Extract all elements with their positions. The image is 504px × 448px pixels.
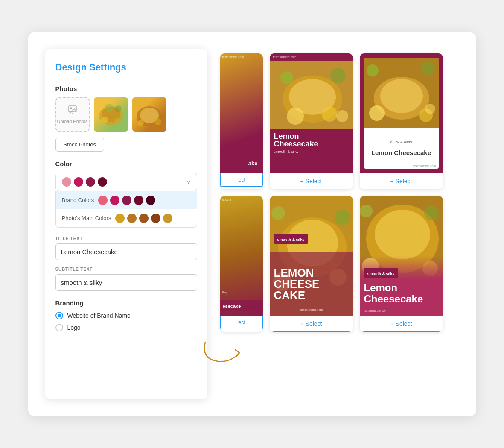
card1-select-button[interactable]: + Select <box>270 173 353 189</box>
partial-card-2: le.com ilky esecake lect <box>220 196 263 332</box>
branding-logo-label: Logo <box>67 324 81 331</box>
svg-point-12 <box>138 120 144 126</box>
svg-point-13 <box>154 118 161 125</box>
card1-title: LemonCheesecake <box>274 132 349 149</box>
color-dropdown[interactable]: ∨ <box>55 173 197 191</box>
cards-row-2: le.com ilky esecake lect <box>220 196 459 332</box>
svg-point-28 <box>421 61 435 75</box>
card3-big-title: LEMONCHEESECAKE <box>274 267 349 301</box>
subtitle-text-input[interactable] <box>55 274 197 291</box>
partial-domain-1: tastefulable.com <box>222 56 244 59</box>
upload-photos-button[interactable]: Upload Photos <box>55 97 90 132</box>
photos-row: Upload Photos <box>55 97 197 132</box>
dropdown-arrow-icon: ∨ <box>186 179 191 185</box>
partial-select-btn-2[interactable]: lect <box>220 316 263 329</box>
photo-colors-option[interactable]: Photo's Main Colors <box>56 209 197 227</box>
svg-point-7 <box>114 118 120 124</box>
brand-swatch-1 <box>98 196 108 205</box>
svg-point-35 <box>271 206 285 220</box>
radio-website-icon <box>55 312 63 319</box>
brand-swatch-3 <box>122 196 131 205</box>
svg-point-27 <box>367 64 379 76</box>
main-container: Design Settings Photos Upload Photos <box>28 32 476 416</box>
branding-logo-option[interactable]: Logo <box>55 324 197 331</box>
thumb2-bg <box>132 97 166 132</box>
upload-icon <box>67 105 78 117</box>
branding-website-label: Website of Brand Name <box>67 312 131 319</box>
svg-point-21 <box>336 110 348 122</box>
arrow-decoration <box>197 334 248 378</box>
title-text-label: TITLE TEXT <box>55 236 197 241</box>
partial-tag-bottom: esecake <box>223 304 241 309</box>
panel-divider <box>55 76 197 76</box>
design-settings-panel: Design Settings Photos Upload Photos <box>45 49 207 399</box>
stock-photos-button[interactable]: Stock Photos <box>55 138 105 152</box>
brand-swatch-5 <box>146 196 155 205</box>
swatch-1 <box>62 177 71 187</box>
card1-text-area: LemonCheesecake smooth & silky <box>270 129 353 158</box>
partial-tag-1: ake <box>248 160 258 167</box>
card4-preview: smooth & silky LemonCheesecake tastefull… <box>360 196 443 316</box>
design-card-1: tastefulltable.com <box>270 53 353 189</box>
card2-domain: tastefulltable.com <box>413 164 436 167</box>
panel-title: Design Settings <box>55 62 197 73</box>
card1-preview: tastefulltable.com <box>270 53 353 173</box>
photo-swatch-5 <box>163 214 172 223</box>
svg-point-17 <box>287 108 304 125</box>
photo-colors-label: Photo's Main Colors <box>62 215 111 221</box>
partial-select-label-2: lect <box>237 319 245 325</box>
card4-tag: smooth & silky <box>364 268 398 278</box>
photo-color-swatches <box>115 214 172 223</box>
svg-point-43 <box>360 205 373 217</box>
partial-select-btn-1[interactable]: lect <box>220 173 263 187</box>
card4-title: LemonCheesecake <box>364 282 439 305</box>
svg-point-8 <box>105 104 113 112</box>
card2-preview: quick & easy Lemon Cheesecake tastefullt… <box>360 53 443 173</box>
partial-card-1: tastefulable.com ake lect <box>220 53 263 189</box>
swatch-2 <box>74 177 83 187</box>
card4-select-button[interactable]: + Select <box>360 316 443 332</box>
branding-website-option[interactable]: Website of Brand Name <box>55 312 197 319</box>
brand-swatch-4 <box>134 196 143 205</box>
card4-tag-text: smooth & silky <box>367 272 395 276</box>
radio-logo-icon <box>55 324 63 331</box>
card2-select-button[interactable]: + Select <box>360 173 443 189</box>
photo-swatch-4 <box>151 214 160 223</box>
color-section-label: Color <box>55 160 197 167</box>
svg-point-18 <box>322 106 337 122</box>
brand-colors-label: Brand Colors <box>62 197 94 203</box>
svg-point-19 <box>280 71 293 84</box>
swatch-4 <box>98 177 107 187</box>
card1-domain: tastefulltable.com <box>270 53 353 61</box>
swatch-3 <box>86 177 95 187</box>
subtitle-text-label: SUBTITLE TEXT <box>55 267 197 272</box>
design-card-4: smooth & silky LemonCheesecake tastefull… <box>360 196 443 332</box>
svg-point-36 <box>335 210 350 225</box>
partial-domain-2: le.com <box>222 198 231 201</box>
title-text-input[interactable] <box>55 243 197 260</box>
card3-title-block: LEMONCHEESECAKE <box>274 267 349 301</box>
brand-swatch-2 <box>110 196 119 205</box>
card4-title-block: LemonCheesecake <box>364 282 439 305</box>
photo-swatch-1 <box>115 214 125 223</box>
brand-color-swatches <box>98 196 155 205</box>
svg-point-9 <box>115 105 122 112</box>
card3-select-button[interactable]: + Select <box>270 316 353 332</box>
svg-point-6 <box>101 117 108 123</box>
svg-point-44 <box>424 206 439 220</box>
card3-domain: tastefulltable.com <box>270 308 353 311</box>
brand-colors-option[interactable]: Brand Colors <box>56 191 197 209</box>
cards-row-1: tastefulable.com ake lect tastefulltable… <box>220 53 459 189</box>
photo-thumb-2[interactable] <box>132 97 166 132</box>
branding-section-label: Branding <box>55 299 197 307</box>
card1-subtitle: smooth & silky <box>274 149 349 154</box>
selected-color-swatches <box>62 177 107 187</box>
color-options-panel: Brand Colors Photo's Main Colors <box>55 191 197 228</box>
photo-thumb-1[interactable] <box>94 97 128 132</box>
thumb1-bg <box>94 97 128 132</box>
svg-point-25 <box>369 105 385 121</box>
card2-title: Lemon Cheesecake <box>371 149 431 156</box>
partial-tag-top: ilky <box>222 290 261 294</box>
card3-tag-text: smooth & silky <box>277 237 305 242</box>
svg-point-24 <box>380 79 423 113</box>
